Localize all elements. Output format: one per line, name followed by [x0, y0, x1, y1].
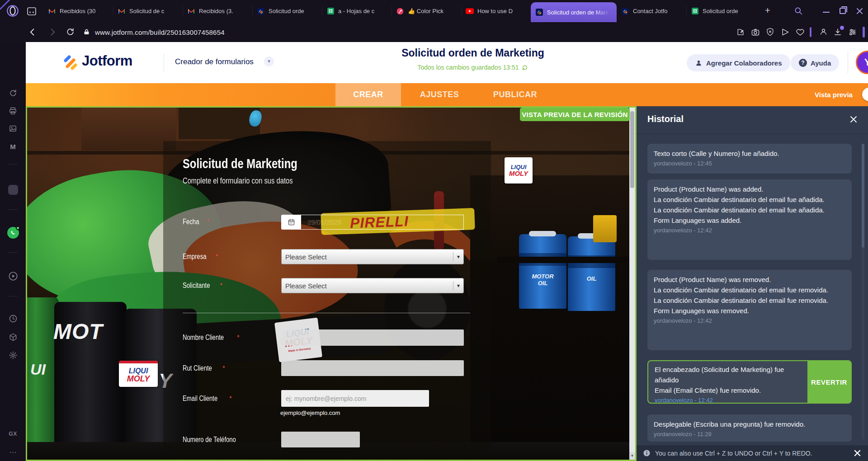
- date-field[interactable]: 29/01/2025: [281, 215, 464, 230]
- field-label-empresa[interactable]: Empresa*: [183, 253, 218, 261]
- field-label-telefono[interactable]: Numero de Teléfono: [183, 436, 248, 444]
- browser-tab-active[interactable]: Solicitud orden de Mark: [531, 2, 617, 22]
- entry-meta: yordanovelozo - 12:42: [654, 317, 845, 324]
- window-minimize-button[interactable]: [823, 12, 830, 13]
- form-subheading[interactable]: Complete el formulario con sus datos: [183, 176, 293, 186]
- add-collaborators-button[interactable]: Agregar Colaboradores: [687, 54, 790, 71]
- scrollbar-thumb[interactable]: [630, 111, 634, 188]
- preview-toggle[interactable]: [863, 89, 868, 100]
- sidebar-more-button[interactable]: ⋯: [0, 448, 26, 456]
- sidebar-divider: [8, 209, 18, 210]
- save-status: Todos los cambios guardados 13:51: [417, 64, 528, 71]
- browser-tab[interactable]: Recibidos (3.: [183, 0, 252, 22]
- browser-tab[interactable]: a - Hojas de c: [322, 0, 392, 22]
- solicitante-select[interactable]: Please Select▾: [281, 278, 464, 293]
- clock-history-icon[interactable]: [0, 314, 26, 323]
- chevron-down-icon[interactable]: ▾: [264, 56, 274, 66]
- window-close-button[interactable]: [856, 8, 863, 14]
- tab-ajustes[interactable]: AJUSTES: [412, 83, 467, 106]
- field-label-email[interactable]: Email Cliente*: [183, 395, 232, 403]
- easy-setup-icon[interactable]: [848, 28, 857, 37]
- tab-title: Recibidos (3.: [199, 8, 248, 14]
- field-label-fecha[interactable]: Fecha*: [183, 218, 209, 226]
- date-input[interactable]: 29/01/2025: [301, 215, 464, 230]
- gmail-icon: [48, 7, 56, 15]
- field-label-rut[interactable]: Rut Cliente*: [183, 364, 225, 372]
- rut-cliente-input[interactable]: [281, 360, 464, 376]
- nombre-cliente-input[interactable]: [281, 329, 464, 346]
- wallpaper-image-icon[interactable]: [0, 124, 26, 133]
- field-label-nombre[interactable]: Nombre Cliente*: [183, 334, 240, 342]
- url-text[interactable]: www.jotform.com/build/250163007458654: [95, 28, 225, 36]
- jotform-logo-icon[interactable]: [61, 54, 79, 72]
- history-scrollbar[interactable]: [862, 144, 864, 440]
- tab-title: 👍 Color Pick: [408, 8, 457, 14]
- browser-tab[interactable]: Contact Jotfo: [617, 0, 686, 22]
- scrollbar-thumb[interactable]: [862, 144, 864, 248]
- m-app-icon[interactable]: M: [0, 143, 26, 151]
- tab-title: Solicitud orde: [703, 8, 751, 14]
- play-media-icon[interactable]: [0, 271, 26, 281]
- revert-button[interactable]: REVERTIR: [807, 361, 851, 403]
- history-refresh-icon[interactable]: [0, 89, 26, 98]
- gx-corner-item[interactable]: GX: [0, 431, 26, 437]
- tab-crear[interactable]: CREAR: [335, 83, 401, 106]
- browser-tab[interactable]: Solicitud orde: [252, 0, 322, 22]
- telefono-input[interactable]: [281, 432, 360, 447]
- jotform-brand-text[interactable]: Jotform: [82, 53, 132, 69]
- tab-title: a - Hojas de c: [338, 8, 387, 14]
- whatsapp-icon[interactable]: [0, 227, 26, 239]
- avatar[interactable]: Y: [856, 51, 868, 74]
- canvas-scrollbar[interactable]: ▼: [629, 108, 635, 460]
- email-cliente-input[interactable]: [281, 390, 429, 407]
- tab-publicar[interactable]: PUBLICAR: [485, 83, 546, 106]
- extensions-cube-icon[interactable]: [0, 333, 26, 342]
- form-heading[interactable]: Solicitud de Marketing: [183, 156, 297, 171]
- settings-gear-icon[interactable]: [0, 351, 26, 360]
- scroll-down-icon[interactable]: ▼: [629, 452, 635, 460]
- opera-menu-button[interactable]: [6, 4, 19, 18]
- sidebar-divider: [8, 296, 18, 296]
- product-switcher[interactable]: Creador de formularios: [175, 57, 254, 66]
- reload-button[interactable]: [66, 28, 75, 36]
- question-icon: ?: [799, 59, 807, 67]
- send-flow-icon[interactable]: [781, 28, 790, 37]
- empresa-select[interactable]: Please Select▾: [281, 249, 464, 264]
- browser-tab[interactable]: Solicitud de c: [113, 0, 183, 22]
- back-button[interactable]: [28, 28, 37, 37]
- snapshot-camera-icon[interactable]: [751, 28, 760, 37]
- browser-tab[interactable]: 👍 Color Pick: [392, 0, 461, 22]
- close-icon[interactable]: [854, 450, 861, 456]
- profile-icon[interactable]: [819, 28, 828, 36]
- lock-icon[interactable]: [83, 28, 90, 36]
- browser-tab[interactable]: How to use D: [461, 0, 531, 22]
- form-title-heading[interactable]: Solicitud orden de Marketing: [401, 47, 544, 59]
- sidebar-toggle-accent: [863, 27, 865, 38]
- history-entry[interactable]: Product (Product Name) was added. La con…: [647, 179, 852, 260]
- history-entry[interactable]: Texto corto (Calle y Numero) fue añadido…: [647, 144, 852, 174]
- new-tab-button[interactable]: +: [761, 5, 774, 17]
- window-maximize-button[interactable]: [840, 8, 846, 14]
- forward-button[interactable]: [48, 28, 57, 37]
- browser-tab[interactable]: Solicitud orde: [686, 0, 756, 22]
- help-button[interactable]: ? Ayuda: [791, 54, 839, 71]
- preview-label: Vista previa: [815, 91, 853, 99]
- history-entry-selected[interactable]: El encabezado (Solicitud de Marketing) f…: [647, 360, 852, 404]
- history-entry[interactable]: Desplegable (Escriba una pregunta) fue r…: [647, 414, 852, 442]
- entry-meta: yordanovelozo - 11:28: [654, 431, 845, 437]
- app-tile-icon[interactable]: [0, 185, 26, 195]
- printer-icon[interactable]: [0, 107, 26, 115]
- adblock-shield-icon[interactable]: [766, 28, 774, 36]
- tab-overview-icon[interactable]: [26, 6, 37, 17]
- tab-title: Recibidos (30: [60, 8, 108, 14]
- bookmark-edit-icon[interactable]: [736, 28, 745, 37]
- browser-tab[interactable]: Recibidos (30: [43, 0, 113, 22]
- field-label-solicitante[interactable]: Solicitante*: [183, 282, 222, 290]
- calendar-icon[interactable]: [281, 215, 301, 230]
- close-icon[interactable]: [850, 116, 857, 123]
- bookmark-heart-icon[interactable]: [796, 28, 805, 37]
- toggle-knob[interactable]: [862, 88, 868, 101]
- history-entry[interactable]: Product (Product Name) was removed. La c…: [647, 270, 852, 350]
- tab-search-icon[interactable]: [794, 6, 803, 15]
- person-icon: [695, 59, 703, 67]
